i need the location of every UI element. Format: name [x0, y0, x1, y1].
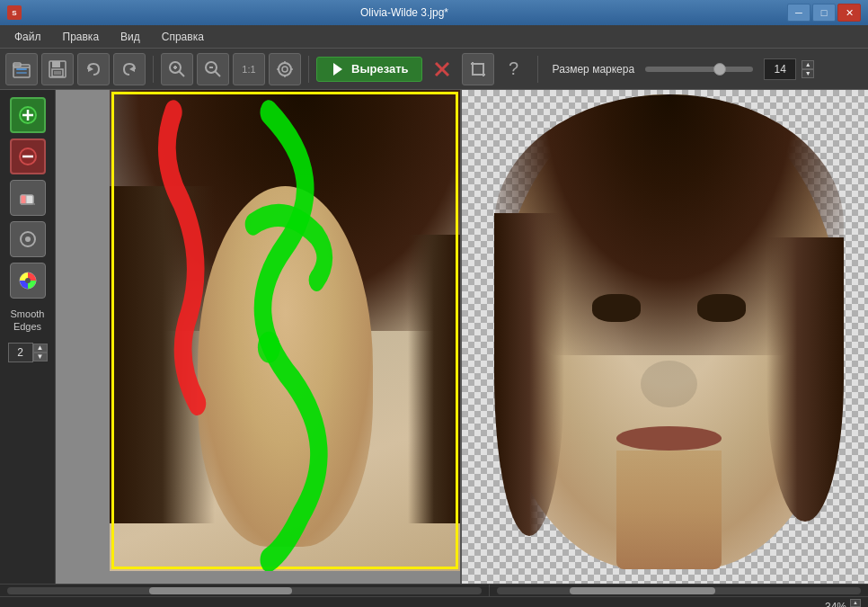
left-scrollbar[interactable] — [0, 585, 490, 596]
svg-line-15 — [180, 71, 185, 76]
smooth-edges-up[interactable]: ▲ — [33, 344, 48, 353]
titlebar: S Olivia-Wilde 3.jpg* ─ □ ✕ — [0, 0, 868, 25]
svg-rect-35 — [21, 195, 26, 204]
zoom-1to1-label: 1:1 — [242, 64, 255, 75]
menubar: Файл Правка Вид Справка — [0, 25, 868, 49]
toolbar: 1:1 Вырезать ? Размер маркера — [0, 49, 868, 90]
svg-marker-25 — [333, 63, 342, 76]
right-scroll-thumb — [570, 587, 715, 594]
left-image-pane[interactable] — [56, 90, 462, 584]
zoom-1to1-button[interactable]: 1:1 — [233, 53, 265, 85]
minimize-button[interactable]: ─ — [787, 4, 810, 22]
app-icon: S — [7, 5, 22, 20]
left-scroll-thumb — [149, 587, 291, 594]
slider-thumb — [713, 63, 726, 76]
toolbar-separator-1 — [153, 56, 154, 83]
svg-line-18 — [216, 71, 221, 76]
smooth-edges-spinner[interactable]: 2 ▲ ▼ — [8, 343, 48, 362]
undo-button[interactable] — [77, 53, 110, 85]
menu-file[interactable]: Файл — [4, 29, 52, 45]
redo-button[interactable] — [113, 53, 146, 85]
canvas-area — [56, 90, 868, 584]
close-button[interactable]: ✕ — [837, 4, 861, 22]
color-picker-button[interactable] — [10, 263, 46, 299]
zoom-out-button[interactable] — [197, 53, 229, 85]
statusbar: 34% ▲ ▼ — [0, 596, 868, 607]
help-button[interactable]: ? — [498, 53, 530, 85]
window-controls: ─ □ ✕ — [787, 4, 861, 22]
svg-point-19 — [279, 63, 291, 76]
zoom-level: 34% — [825, 601, 846, 608]
marker-size-down[interactable]: ▼ — [802, 69, 814, 78]
right-scrollbar[interactable] — [490, 585, 868, 596]
save-button[interactable] — [41, 53, 74, 85]
smooth-edges-label: Smooth Edges — [0, 308, 55, 334]
right-scroll-track[interactable] — [497, 587, 861, 594]
marker-size-spinner[interactable]: ▲ ▼ — [802, 60, 814, 78]
menu-edit[interactable]: Правка — [52, 29, 111, 45]
window-title: Olivia-Wilde 3.jpg* — [22, 6, 787, 19]
left-tool-panel: Smooth Edges 2 ▲ ▼ — [0, 90, 56, 584]
menu-help[interactable]: Справка — [151, 29, 215, 45]
main-area: Smooth Edges 2 ▲ ▼ — [0, 90, 868, 584]
menu-view[interactable]: Вид — [110, 29, 151, 45]
marker-size-up[interactable]: ▲ — [802, 60, 814, 69]
svg-point-38 — [25, 237, 31, 242]
svg-marker-11 — [129, 66, 135, 72]
maximize-button[interactable]: □ — [812, 4, 836, 22]
svg-text:S: S — [12, 9, 17, 17]
toolbar-separator-2 — [308, 56, 309, 83]
left-pane-inner — [56, 90, 460, 584]
scrollbar-area — [0, 584, 868, 596]
eraser-tool-button[interactable] — [10, 180, 46, 216]
marker-size-slider[interactable] — [645, 67, 753, 72]
zoom-spinner[interactable]: ▲ ▼ — [850, 599, 861, 608]
circle-tool-button[interactable] — [10, 221, 46, 257]
svg-rect-9 — [54, 71, 61, 75]
right-image-pane[interactable] — [462, 90, 868, 584]
svg-marker-10 — [88, 66, 93, 72]
toolbar-separator-3 — [537, 56, 538, 83]
svg-rect-7 — [52, 61, 60, 67]
svg-rect-28 — [473, 64, 483, 75]
smooth-edges-value: 2 — [8, 343, 33, 362]
left-scroll-track[interactable] — [7, 587, 482, 594]
crop-button[interactable] — [462, 53, 494, 85]
open-button[interactable] — [5, 53, 38, 85]
cancel-button[interactable] — [426, 53, 458, 85]
smooth-edges-arrows: ▲ ▼ — [33, 344, 48, 362]
smooth-edges-down[interactable]: ▼ — [33, 353, 48, 362]
cut-button-label: Вырезать — [351, 62, 409, 76]
cut-button[interactable]: Вырезать — [316, 57, 422, 82]
svg-point-40 — [25, 278, 31, 283]
marker-size-label: Размер маркера — [553, 63, 635, 76]
svg-rect-5 — [16, 72, 27, 74]
svg-point-20 — [282, 67, 288, 72]
foreground-tool-button[interactable] — [10, 97, 46, 133]
zoom-up[interactable]: ▲ — [850, 599, 861, 607]
zoom-in-button[interactable] — [161, 53, 193, 85]
background-tool-button[interactable] — [10, 138, 46, 174]
right-pane-inner — [462, 90, 868, 584]
marker-size-value: 14 — [764, 58, 796, 80]
svg-rect-4 — [16, 68, 27, 70]
zoom-fit-button[interactable] — [269, 53, 301, 85]
